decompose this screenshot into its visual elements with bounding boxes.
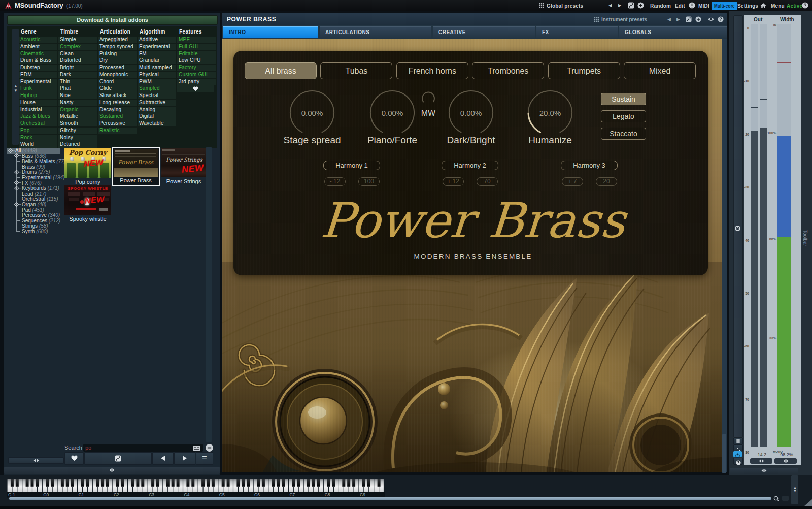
tree-expand-icon[interactable]: [14, 186, 21, 191]
piano-black-key[interactable]: [61, 479, 64, 487]
keyboard-vscroll[interactable]: ▲▼: [791, 475, 798, 504]
preset-scrollbar[interactable]: [206, 147, 212, 442]
filter-item[interactable]: Experimental: [138, 44, 176, 50]
filter-item[interactable]: Low CPU: [177, 57, 216, 63]
filter-item[interactable]: Spectral: [138, 92, 176, 99]
harmony-amount[interactable]: 20: [596, 177, 617, 186]
menu-button[interactable]: Menu: [771, 3, 785, 9]
piano-black-key[interactable]: [378, 479, 381, 487]
favorite-button[interactable]: [64, 452, 84, 465]
piano-black-key[interactable]: [332, 479, 335, 487]
tree-expand-icon[interactable]: [14, 153, 21, 158]
help-icon[interactable]: [802, 2, 808, 9]
piano-black-key[interactable]: [156, 479, 159, 487]
piano-black-key[interactable]: [262, 479, 265, 487]
toolbar-resize-handle[interactable]: [730, 468, 798, 474]
search-clear-button[interactable]: [205, 443, 214, 452]
filter-item[interactable]: Acoustic: [19, 37, 57, 43]
filter-item[interactable]: Percussive: [98, 120, 137, 126]
filter-item[interactable]: Orchestral: [19, 120, 57, 126]
preset-tile[interactable]: Power BrassPower Brass: [112, 147, 160, 186]
window-resize-grip[interactable]: [804, 499, 812, 506]
filter-item[interactable]: Funk: [19, 85, 57, 91]
filter-item[interactable]: 3rd party: [177, 79, 216, 85]
piano-black-key[interactable]: [312, 479, 315, 487]
filter-item[interactable]: Glide: [98, 85, 137, 91]
filter-item[interactable]: Clean: [58, 51, 97, 57]
filter-item[interactable]: Dark: [58, 72, 97, 78]
harmony-button-3[interactable]: Harmony 3: [561, 161, 618, 170]
piano-black-key[interactable]: [136, 479, 139, 487]
harmony-transpose[interactable]: + 12: [443, 177, 464, 186]
filter-item[interactable]: Long release: [98, 100, 137, 106]
filter-item[interactable]: Physical: [138, 72, 176, 78]
piano-black-key[interactable]: [177, 479, 180, 487]
piano-black-key[interactable]: [367, 479, 370, 487]
filter-item[interactable]: Monophonic: [98, 72, 137, 78]
filter-item[interactable]: Digital: [138, 113, 176, 119]
tree-resize-handle[interactable]: [8, 457, 64, 464]
filter-item[interactable]: Pulsing: [98, 51, 137, 57]
piano-black-key[interactable]: [151, 479, 154, 487]
piano-black-key[interactable]: [236, 479, 240, 487]
piano-black-key[interactable]: [106, 479, 109, 487]
piano-black-key[interactable]: [342, 479, 345, 487]
meter-help-button[interactable]: [733, 458, 743, 465]
filter-item[interactable]: Nice: [58, 92, 97, 99]
piano-black-key[interactable]: [31, 479, 34, 487]
filter-item[interactable]: Arpeggiated: [98, 37, 137, 43]
piano-black-key[interactable]: [16, 479, 19, 487]
piano-black-key[interactable]: [207, 479, 210, 487]
tab-fx[interactable]: FX: [536, 26, 618, 38]
next-instrument-preset[interactable]: ▶: [676, 17, 680, 22]
instrument-scrollbar[interactable]: [722, 39, 727, 472]
filter-item[interactable]: Rock: [19, 135, 57, 141]
filter-item[interactable]: Experimental: [19, 79, 57, 85]
filter-item[interactable]: Jazz & blues: [19, 113, 57, 119]
tree-expand-icon[interactable]: [14, 202, 21, 207]
filter-item[interactable]: Distorted: [58, 57, 97, 63]
meter-pause-button[interactable]: [733, 438, 743, 445]
global-presets-button[interactable]: Global presets: [547, 3, 583, 9]
meter-enable-button[interactable]: [733, 451, 742, 457]
next-preset-button[interactable]: ▶: [618, 3, 621, 8]
tree-expand-icon[interactable]: [14, 180, 21, 185]
piano-black-key[interactable]: [11, 479, 14, 487]
filter-item[interactable]: [177, 85, 214, 91]
piano-black-key[interactable]: [101, 479, 104, 487]
piano-black-key[interactable]: [242, 479, 245, 487]
tab-intro[interactable]: INTRO: [223, 26, 318, 38]
prev-preset-button-browser[interactable]: [152, 452, 174, 465]
filter-item[interactable]: Complex: [58, 44, 97, 50]
ensemble-button-tubas[interactable]: Tubas: [320, 62, 392, 79]
multicore-button[interactable]: Multi-core: [712, 2, 737, 10]
midi-button[interactable]: MIDI: [698, 3, 709, 9]
piano-black-key[interactable]: [166, 479, 170, 487]
piano-black-key[interactable]: [71, 479, 74, 487]
filter-item[interactable]: Glitchy: [58, 128, 97, 134]
filter-item[interactable]: Noisy: [58, 135, 97, 141]
keyboard-scrollbar[interactable]: [9, 497, 771, 500]
filter-item[interactable]: Additive: [138, 37, 176, 43]
piano-black-key[interactable]: [272, 479, 275, 487]
filter-item[interactable]: Nasty: [58, 100, 97, 106]
filter-item[interactable]: Industrial: [19, 107, 57, 113]
help-icon-instrument[interactable]: [718, 16, 724, 22]
piano-black-key[interactable]: [121, 479, 124, 487]
tab-creative[interactable]: CREATIVE: [433, 26, 535, 38]
filter-item[interactable]: Factory: [177, 65, 216, 71]
filter-item[interactable]: Drum & Bass: [19, 57, 57, 63]
piano-black-key[interactable]: [327, 479, 330, 487]
knob-mod-wheel[interactable]: [420, 90, 437, 107]
piano-black-key[interactable]: [172, 479, 175, 487]
piano-black-key[interactable]: [227, 479, 230, 487]
filter-item[interactable]: Sampled: [138, 85, 176, 91]
filter-item[interactable]: Smooth: [58, 120, 97, 126]
piano-black-key[interactable]: [212, 479, 215, 487]
ensemble-button-french-horns[interactable]: French horns: [396, 62, 468, 79]
filter-item[interactable]: Decaying: [98, 107, 137, 113]
search-input[interactable]: po: [83, 444, 203, 452]
home-icon[interactable]: [760, 3, 766, 9]
piano-black-key[interactable]: [116, 479, 119, 487]
filter-item[interactable]: World: [19, 141, 57, 147]
